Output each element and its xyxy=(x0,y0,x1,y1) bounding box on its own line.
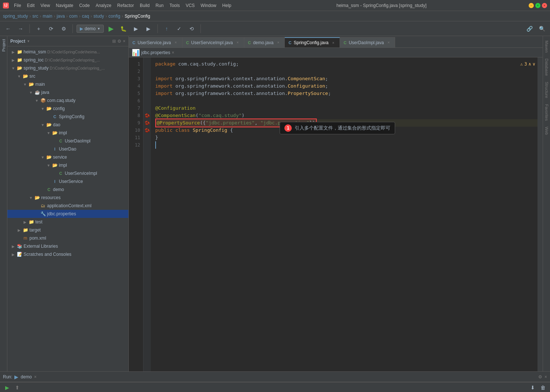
web-panel-toggle[interactable]: Web xyxy=(543,125,550,136)
restart-button[interactable]: ▶ xyxy=(3,384,11,392)
tree-item-path: D:\Code\SpringCode\spring_... xyxy=(49,66,105,70)
run-button[interactable]: ▶ xyxy=(106,24,116,34)
structure-panel-toggle[interactable]: Structure xyxy=(543,80,550,100)
run-configuration-selector[interactable]: ▶ demo ▼ xyxy=(77,25,104,33)
back-button[interactable]: ← xyxy=(3,24,13,34)
add-file-button[interactable]: + xyxy=(33,24,44,34)
tab-userservice[interactable]: C UserService.java × xyxy=(129,37,182,47)
tree-item-resources[interactable]: ▼ 📂 resources xyxy=(7,194,128,202)
breadcrumb-caq[interactable]: caq xyxy=(82,14,89,19)
menu-navigate[interactable]: Navigate xyxy=(53,1,76,10)
tree-item-com-caq-study[interactable]: ▼ 📦 com.caq.study xyxy=(7,96,128,105)
tab-userserviceimpl[interactable]: C UserServiceImpl.java × xyxy=(182,37,244,47)
tree-item-target[interactable]: ▶ 📁 target xyxy=(7,226,128,234)
config-settings-button[interactable]: ⚙ xyxy=(58,24,69,34)
menu-view[interactable]: View xyxy=(38,1,53,10)
debug-button[interactable]: 🐛 xyxy=(118,24,129,34)
scroll-to-end[interactable]: ⬇ xyxy=(529,384,537,392)
tree-item-impl-service[interactable]: ▼ 📂 impl xyxy=(7,161,128,169)
settings-icon[interactable]: ⚙ xyxy=(117,39,121,44)
breadcrumb-java[interactable]: java xyxy=(57,14,65,19)
clear-output[interactable]: 🗑 xyxy=(539,384,547,392)
menu-tools[interactable]: Tools xyxy=(167,1,183,10)
tree-item-pom[interactable]: ▶ m pom.xml xyxy=(7,234,128,242)
breadcrumb-study[interactable]: study xyxy=(93,14,104,19)
tab-close-button[interactable]: × xyxy=(173,40,178,45)
breadcrumb-config[interactable]: config xyxy=(109,14,120,19)
minimize-button[interactable]: − xyxy=(529,3,534,8)
tree-item-external-libs[interactable]: ▶ 📚 External Libraries xyxy=(7,242,128,250)
folder-open-icon: 📂 xyxy=(16,66,23,71)
jdbc-tab-close[interactable]: × xyxy=(172,50,174,55)
tree-item-userdaoimpl[interactable]: ▶ C UserDaoImpl xyxy=(7,137,128,145)
history-button[interactable]: ⟲ xyxy=(187,24,197,34)
tree-item-spring-study[interactable]: ▼ 📂 spring_study D:\Code\SpringCode\spri… xyxy=(7,64,128,72)
tree-item-userservice[interactable]: ▶ I UserService xyxy=(7,177,128,186)
find-button[interactable]: 🔍 xyxy=(537,24,547,34)
menu-run[interactable]: Run xyxy=(153,1,167,10)
tree-item-demo[interactable]: ▶ C demo xyxy=(7,186,128,194)
menu-edit[interactable]: Edit xyxy=(24,1,38,10)
menu-code[interactable]: Code xyxy=(76,1,93,10)
profile-button[interactable]: ▶ xyxy=(143,24,154,34)
project-panel-toggle[interactable]: Project xyxy=(1,36,7,54)
collapse-all-icon[interactable]: ⊞ xyxy=(112,39,116,44)
tab-userdaoimpl[interactable]: C UserDaoImpl.java × xyxy=(340,37,395,47)
menu-file[interactable]: File xyxy=(11,1,24,10)
tab-springconfig[interactable]: C SpringConfig.java × xyxy=(285,37,340,47)
tree-item-userserviceimpl[interactable]: ▶ C UserServiceImpl xyxy=(7,169,128,177)
tree-item-scratches[interactable]: ▶ 📝 Scratches and Consoles xyxy=(7,250,128,258)
close-button[interactable]: × xyxy=(542,3,547,8)
maximize-button[interactable]: + xyxy=(535,3,540,8)
breadcrumb-src[interactable]: src xyxy=(32,14,38,19)
tree-item-jdbc-properties[interactable]: ▶ 🔧 jdbc.properties xyxy=(7,210,128,218)
tree-item-spring-ioc[interactable]: ▶ 📁 spring_ioc D:\Code\SpringCode\spring… xyxy=(7,56,128,64)
code-line-4: import org.springframework.context.annot… xyxy=(155,82,538,90)
editor-scrollbar[interactable] xyxy=(537,57,543,371)
tree-item-src[interactable]: ▼ 📂 src xyxy=(7,72,128,80)
tree-item-main[interactable]: ▼ 📂 main xyxy=(7,80,128,88)
favorites-panel-toggle[interactable]: Favorites xyxy=(543,103,550,122)
menu-build[interactable]: Build xyxy=(137,1,153,10)
tree-item-impl-dao[interactable]: ▼ 📂 impl xyxy=(7,129,128,137)
tree-item-service[interactable]: ▼ 📂 service xyxy=(7,153,128,161)
breadcrumb-main[interactable]: main xyxy=(43,14,52,19)
stop-button[interactable]: ⬆ xyxy=(13,384,21,392)
database-panel-toggle[interactable]: Database xyxy=(543,57,550,77)
tree-item-java[interactable]: ▼ ☕ java xyxy=(7,88,128,96)
tab-close-button[interactable]: × xyxy=(235,40,240,45)
menu-window[interactable]: Window xyxy=(198,1,219,10)
forward-button[interactable]: → xyxy=(15,24,26,34)
menu-analyze[interactable]: Analyze xyxy=(93,1,114,10)
tree-item-config[interactable]: ▼ 📂 config xyxy=(7,105,128,113)
tab-close-button[interactable]: × xyxy=(386,40,391,45)
breadcrumb-spring-study[interactable]: spring_study xyxy=(3,14,28,19)
run-tab-close[interactable]: × xyxy=(34,374,36,379)
menu-vcs[interactable]: VCS xyxy=(183,1,198,10)
breadcrumb-com[interactable]: com xyxy=(69,14,78,19)
vcs-commit-button[interactable]: ✓ xyxy=(174,24,184,34)
code-content[interactable]: ⚠ 3 ∧ ∨ package com.caq.study.config; im… xyxy=(151,57,543,371)
sync-button[interactable]: ⟳ xyxy=(46,24,56,34)
tree-item-test[interactable]: ▶ 📁 test xyxy=(7,218,128,226)
tree-item-springconfig[interactable]: ▶ C SpringConfig xyxy=(7,113,128,121)
tab-close-button[interactable]: × xyxy=(276,40,281,45)
tab-close-button[interactable]: × xyxy=(331,40,336,45)
code-editor[interactable]: 1 2 3 4 5 6 7 8 9 10 11 12 xyxy=(129,57,543,371)
coverage-button[interactable]: ▶ xyxy=(131,24,141,34)
share-button[interactable]: 🔗 xyxy=(524,24,535,34)
tree-item-applicationcontext[interactable]: ▶ 🗂 applicationContext.xml xyxy=(7,202,128,210)
maven-panel-toggle[interactable]: Maven xyxy=(543,39,550,54)
settings-icon[interactable]: ⚙ xyxy=(538,374,542,379)
close-icon[interactable]: × xyxy=(544,374,547,379)
properties-icon: 🔧 xyxy=(40,211,46,216)
menu-help[interactable]: Help xyxy=(219,1,234,10)
window-controls: − + × xyxy=(529,3,547,8)
tree-item-userdao[interactable]: ▶ I UserDao xyxy=(7,145,128,153)
vcs-update-button[interactable]: ↑ xyxy=(162,24,172,34)
close-icon[interactable]: × xyxy=(123,39,125,44)
tree-item-dao[interactable]: ▼ 📂 dao xyxy=(7,121,128,129)
tree-item-heima-ssm[interactable]: ▶ 📁 heima_ssm D:\Code\SpringCode\heima..… xyxy=(7,48,128,56)
tab-demo[interactable]: C demo.java × xyxy=(244,37,285,47)
menu-refactor[interactable]: Refactor xyxy=(114,1,137,10)
